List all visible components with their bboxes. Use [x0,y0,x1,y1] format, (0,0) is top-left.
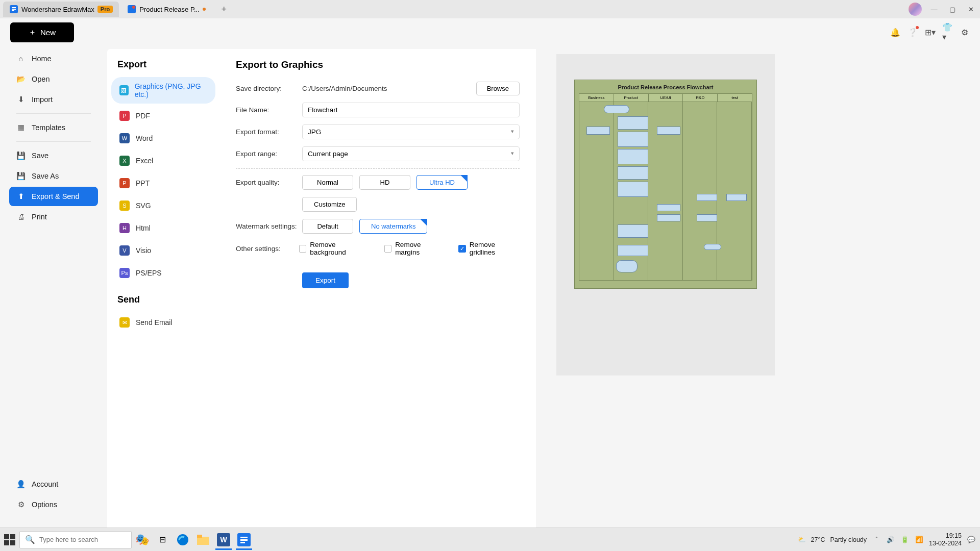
svg-rect-3 [4,534,9,539]
weather-icon[interactable]: ⛅ [798,536,806,543]
edrawmax-taskbar-icon[interactable] [234,530,254,550]
flowchart-node [618,166,648,180]
close-button[interactable]: ✕ [965,3,977,15]
export-button[interactable]: Export [302,272,349,288]
checkbox-icon [299,245,306,253]
export-pdf-label: PDF [136,112,150,120]
bell-icon[interactable]: 🔔 [890,27,900,37]
range-select[interactable]: Current page [302,146,520,161]
format-value: JPG [308,128,321,136]
search-input[interactable] [39,536,126,543]
user-avatar[interactable] [909,3,922,16]
import-icon: ⬇ [16,95,26,104]
minimize-button[interactable]: — [928,3,940,15]
export-type-pdf[interactable]: PPDF [111,106,215,126]
taskbar-decoration-icon[interactable]: 🎭 [132,530,152,550]
nav-open[interactable]: 📂Open [9,69,98,89]
nav-print[interactable]: 🖨Print [9,207,98,227]
format-select[interactable]: JPG [302,124,520,139]
volume-icon[interactable]: 🔊 [886,535,895,544]
svg-rect-9 [197,535,202,538]
word-icon: W [119,133,130,143]
nav-templates[interactable]: ▦Templates [9,118,98,137]
new-label: New [40,28,56,37]
edrawmax-icon [9,5,18,14]
export-html-label: Html [136,224,151,232]
export-type-excel[interactable]: XExcel [111,151,215,171]
export-type-pseps[interactable]: PsPS/EPS [111,263,215,283]
remove-margins-label: Remove margins [395,241,444,256]
export-icon: ⬆ [16,192,26,201]
settings-icon[interactable]: ⚙ [960,27,970,37]
task-view-icon[interactable]: ⊟ [152,530,173,550]
new-tab-button[interactable]: + [218,3,230,15]
nav-options[interactable]: ⚙Options [9,495,98,514]
checkbox-remove-margins[interactable]: Remove margins [384,241,445,256]
quality-hd[interactable]: HD [359,175,410,190]
edge-icon[interactable] [173,530,193,550]
export-ppt-label: PPT [136,179,150,187]
checkbox-remove-bg[interactable]: Remove background [299,241,370,256]
nav-save[interactable]: 💾Save [9,146,98,165]
nav-home-label: Home [32,55,52,63]
export-type-visio[interactable]: VVisio [111,240,215,261]
maximize-button[interactable]: ▢ [946,3,959,15]
watermark-default[interactable]: Default [302,219,353,234]
divider [236,168,520,169]
watermark-none[interactable]: No watermarks [359,219,427,234]
explorer-icon[interactable] [193,530,213,550]
nav-separator [16,141,91,142]
export-type-ppt[interactable]: PPPT [111,173,215,193]
shirt-icon[interactable]: 👕▾ [942,27,952,37]
col-product: Product [614,94,649,102]
flowchart-node [616,260,638,272]
flowchart-node [657,127,680,135]
tab-app[interactable]: Wondershare EdrawMax Pro [3,2,119,17]
nav-saveas[interactable]: 💾Save As [9,166,98,186]
export-visio-label: Visio [136,246,151,255]
new-button[interactable]: ＋ New [10,22,74,42]
notifications-icon[interactable]: 💬 [967,535,976,544]
search-box[interactable]: 🔍 [19,531,132,548]
tab-document[interactable]: Product Release P... [121,2,212,17]
nav-account-label: Account [32,480,58,488]
unsaved-indicator-icon [203,8,206,11]
export-type-word[interactable]: WWord [111,128,215,148]
apps-icon[interactable]: ⊞▾ [925,27,935,37]
quality-normal[interactable]: Normal [302,175,353,190]
document-icon [127,5,136,14]
word-taskbar-icon[interactable]: W [213,530,234,550]
time: 19:15 [929,532,962,540]
export-type-svg[interactable]: SSVG [111,195,215,216]
clock[interactable]: 19:15 13-02-2024 [929,532,962,547]
visio-icon: V [119,245,130,256]
tab-app-label: Wondershare EdrawMax [21,6,94,13]
help-icon[interactable]: ❔ [908,27,918,37]
flowchart-node [618,245,648,256]
filename-input[interactable] [302,103,520,117]
nav-import-label: Import [32,95,53,104]
browse-button[interactable]: Browse [476,82,520,95]
nav-home[interactable]: ⌂Home [9,49,98,68]
checkbox-remove-gridlines[interactable]: ✓Remove gridlines [458,241,520,256]
export-type-html[interactable]: HHtml [111,218,215,238]
weather-temp[interactable]: 27°C [811,536,825,543]
wifi-icon[interactable]: 📶 [915,535,924,544]
flowchart-node [618,149,648,164]
export-send-email[interactable]: ✉Send Email [111,312,215,333]
left-nav: ⌂Home 📂Open ⬇Import ▦Templates 💾Save 💾Sa… [0,46,107,551]
home-icon: ⌂ [16,54,26,63]
nav-import[interactable]: ⬇Import [9,90,98,109]
quality-ultra-hd[interactable]: Ultra HD [416,175,468,190]
export-type-graphics[interactable]: 🖼Graphics (PNG, JPG etc.) [111,77,215,104]
battery-icon[interactable]: 🔋 [900,535,910,544]
start-button[interactable] [4,534,15,545]
svg-point-2 [132,6,135,9]
nav-account[interactable]: 👤Account [9,474,98,494]
customize-button[interactable]: Customize [302,197,357,212]
nav-export-send[interactable]: ⬆Export & Send [9,187,98,206]
tray-chevron-icon[interactable]: ˄ [872,535,881,544]
settings-title: Export to Graphics [236,59,520,70]
weather-desc[interactable]: Partly cloudy [830,536,867,543]
checkbox-checked-icon: ✓ [458,245,465,253]
